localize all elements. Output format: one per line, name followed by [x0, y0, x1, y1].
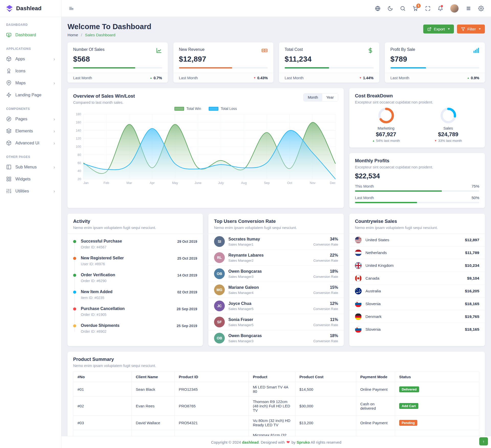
stat-card: New Revenue $12,897 Last Month ▼0.43% — [173, 42, 274, 83]
svg-text:Mar: Mar — [127, 181, 132, 185]
cart-icon[interactable]: 5 — [412, 6, 418, 11]
breadcrumb-home[interactable]: Home — [68, 33, 78, 37]
donut-chart — [440, 107, 456, 124]
sidebar-item[interactable]: Pages › — [0, 113, 61, 125]
sidebar-toggle-icon[interactable] — [69, 6, 74, 11]
sidebar-item[interactable]: Utilities › — [0, 185, 61, 197]
product-table: #NoClient NameProduct IDProductProduct C… — [73, 372, 479, 436]
toggle-year[interactable]: Year — [322, 94, 338, 101]
conversion-rate-label: Conversion Rate — [313, 307, 338, 311]
top-user-name: Mariane Galeon — [228, 285, 259, 290]
heart-icon: ❤ — [286, 440, 290, 444]
layers-icon — [6, 128, 12, 134]
notifications-bell-icon[interactable] — [438, 6, 443, 11]
sidebar-item[interactable]: Sub Menus › — [0, 161, 61, 173]
top-user-role: Sales Manager3 — [228, 275, 262, 279]
right-panel-icon[interactable] — [466, 6, 471, 11]
conversion-rate-value: 18% — [313, 269, 338, 274]
sidebar-item-label: APPLICATIONS — [6, 47, 31, 51]
toggle-month[interactable]: Month — [304, 94, 322, 101]
sidebar-item[interactable]: Maps › — [0, 77, 61, 89]
filter-button[interactable]: Filter — [457, 25, 485, 33]
sidebar-item[interactable]: COMPONENTS — [0, 101, 61, 113]
stat-progress-fill — [179, 67, 232, 68]
filter-funnel-icon — [461, 27, 465, 31]
conversion-rate-value: 15% — [313, 285, 338, 290]
activity-subtitle: Nemo enim ipsam voluptatem fugit sequi n… — [73, 226, 197, 230]
designer-link[interactable]: Spruko — [297, 440, 310, 444]
activity-dot — [73, 324, 76, 327]
conversion-rate-label: Conversion Rate — [313, 291, 338, 295]
stat-label: New Revenue — [179, 47, 205, 52]
profit-bar-row: Last Month50% — [355, 196, 479, 203]
legend-swatch-win — [174, 107, 184, 111]
cell-no: #03 — [73, 416, 132, 430]
main-content: Welcome To Dashboard Home / Sales Dashbo… — [61, 17, 491, 436]
top-user-name: Sonia Fraser — [228, 317, 253, 322]
user-avatar[interactable] — [450, 4, 459, 13]
top-user-name: Reynante Labares — [228, 253, 264, 258]
activity-item-title: Successful Purchase — [81, 239, 122, 244]
top-user-row: OB Owen Bongcaras Sales Manager3 18% Con… — [208, 330, 344, 346]
svg-text:Feb: Feb — [104, 181, 109, 185]
cost-breakdown-title: Cost BreakDown — [355, 93, 479, 99]
brand[interactable]: Dashlead — [0, 0, 61, 17]
top-user-row: MG Mariane Galeon Sales Manager4 15% Con… — [208, 282, 344, 298]
table-row: #01 Sean Black PRO12345 Mi LED Smart TV … — [73, 382, 479, 397]
sidebar-item[interactable]: APPLICATIONS — [0, 41, 61, 53]
dark-mode-moon-icon[interactable] — [387, 6, 393, 11]
country-row: United States $12,897 — [349, 234, 485, 246]
svg-text:Sep: Sep — [264, 181, 270, 185]
sidebar-item-label: Landing Page — [15, 93, 41, 97]
column-header: Product ID — [175, 372, 249, 382]
sidebar-item[interactable]: OTHER PAGES — [0, 149, 61, 161]
sidebar-item[interactable]: Widgets — [0, 173, 61, 185]
top-user-row: SI Socrates Itumay Sales Manager1 34% Co… — [208, 234, 344, 250]
avatar: OB — [214, 268, 225, 279]
money-icon — [261, 47, 268, 54]
donut-delta: 54% last month — [376, 139, 400, 143]
sidebar-item[interactable]: DASHBOARD — [0, 17, 61, 29]
settings-gear-icon[interactable] — [478, 6, 484, 11]
page-title: Welcome To Dashboard — [68, 22, 151, 31]
top-user-role: Sales Manager4 — [228, 291, 259, 295]
activity-title: Activity — [73, 219, 197, 224]
sidebar-item[interactable]: Icons — [0, 65, 61, 77]
conversion-rate-value: 12% — [313, 301, 338, 306]
conversion-rate-value: 11% — [313, 317, 338, 322]
table-row: #04 Julia Bower PRO97654 Micromax 81cm (… — [73, 430, 479, 436]
globe-icon[interactable] — [375, 6, 381, 11]
legend-swatch-loss — [209, 107, 218, 111]
avatar: RL — [214, 252, 225, 263]
svg-text:60: 60 — [77, 161, 81, 165]
svg-text:160: 160 — [76, 121, 81, 124]
cost-breakdown-item: Sales $24,789 ▼33% last month — [434, 107, 462, 143]
cell-product: Thomson R9 122cm (48 inch) Full HD LED T… — [249, 397, 295, 416]
stat-label: Number Of Sales — [73, 47, 105, 52]
footer-brand-link[interactable]: dashlead — [242, 440, 259, 444]
search-icon[interactable] — [400, 6, 406, 11]
activity-item: Successful Purchase Order ID: #4567 29 O… — [73, 236, 197, 252]
breadcrumb-current: Sales Dashboard — [85, 33, 115, 37]
stat-footer-label: Last Month — [179, 76, 198, 80]
sidebar-item[interactable]: Landing Page — [0, 89, 61, 101]
export-button[interactable]: Export — [423, 25, 454, 33]
sidebar-item[interactable]: Advanced Ui › — [0, 137, 61, 149]
activity-item: New Item Added Item ID: #0235 02 Oct 201… — [73, 286, 197, 303]
sidebar-item[interactable]: Elements › — [0, 125, 61, 137]
country-name: United Kingdom — [365, 263, 394, 268]
scroll-to-top-button[interactable]: ↑ — [479, 437, 488, 445]
sidebar-item[interactable]: Dashboard — [0, 29, 61, 41]
stat-card: Profit By Sale $789 Last Month ▲0.9% — [385, 42, 485, 83]
sidebar-item-label: Utilities — [15, 189, 29, 193]
country-name: Denmark — [365, 314, 382, 319]
cell-payment: Cash on delivered — [356, 430, 395, 436]
fullscreen-icon[interactable] — [425, 6, 431, 11]
chart-range-toggle: Month Year — [303, 93, 338, 101]
column-header: Status — [395, 372, 479, 382]
copyright-text: Copyright © 2024 — [211, 440, 242, 444]
stat-value: $11,234 — [285, 55, 374, 63]
cell-cost: $13,200 — [295, 416, 356, 430]
stat-progress-track — [73, 67, 162, 68]
sidebar-item[interactable]: Apps › — [0, 53, 61, 65]
